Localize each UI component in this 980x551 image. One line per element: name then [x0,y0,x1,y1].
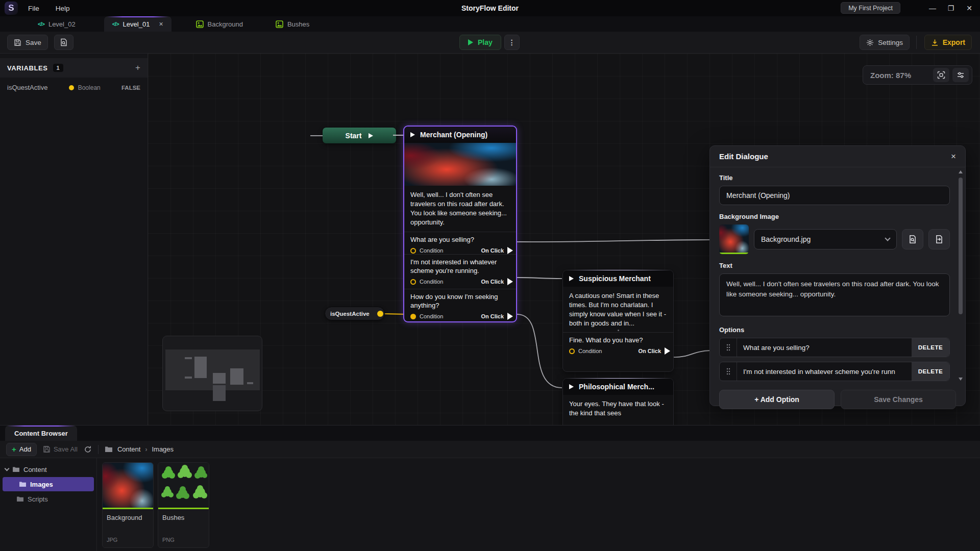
scrollbar-thumb[interactable] [959,178,963,314]
background-image-thumbnail[interactable] [719,224,749,254]
option-text-input[interactable] [737,338,912,357]
node-header[interactable]: Merchant (Opening) [404,127,516,143]
bushes-preview [158,463,209,508]
condition-port-icon[interactable] [410,279,416,285]
node-header[interactable]: Philosophical Merch... [563,379,673,395]
dialogue-option[interactable]: What are you selling? Condition On Click [404,232,516,255]
browse-file-button[interactable] [902,229,923,249]
asset-thumbnail [103,463,153,509]
background-image-select[interactable]: Background.jpg [754,229,897,249]
play-options-button[interactable]: ⋮ [504,35,520,50]
variables-panel: VARIABLES 1 + isQuestActive Boolean FALS… [0,54,148,425]
variable-chip-isquestactive[interactable]: isQuestActive [325,307,385,320]
delete-option-button[interactable]: DELETE [912,362,949,381]
app-title: StoryFlow Editor [0,4,980,12]
app-logo-icon: S [5,2,18,15]
content-browser-toolbar: + Add Save All Content › Images [0,441,980,458]
add-variable-button[interactable]: + [135,63,140,73]
dialogue-option[interactable]: I'm not interested in whatever scheme yo… [404,255,516,289]
dialogue-option[interactable]: How do you know I'm seeking anything? Co… [404,289,516,324]
refresh-icon[interactable] [84,445,92,454]
maximize-button[interactable]: ❐ [944,2,958,14]
breadcrumb-current[interactable]: Images [152,445,174,453]
settings-button[interactable]: Settings [860,35,910,50]
tab-level-02[interactable]: </> Level_02 [30,16,84,32]
close-panel-icon[interactable]: × [951,152,956,162]
onclick-output-port[interactable] [507,278,513,285]
add-option-button[interactable]: + Add Option [719,390,835,409]
node-dialogue-text: Well, well... I don't often see traveler… [404,186,516,232]
onclick-output-port[interactable] [507,313,513,320]
close-window-button[interactable]: ✕ [963,2,976,14]
node-header[interactable]: Suspicious Merchant [563,270,673,287]
tab-bushes[interactable]: Bushes [267,16,317,32]
dialogue-text-textarea[interactable]: Well, well... I don't often see traveler… [719,273,950,316]
drag-handle[interactable] [720,362,737,381]
node-background-image [404,143,516,186]
toolbar-divider [916,36,917,49]
tree-item-images[interactable]: Images [3,477,94,491]
node-play-icon [569,276,574,281]
menu-file[interactable]: File [22,2,45,15]
zoom-level-label: Zoom: 87% [870,71,911,80]
node-play-icon [410,132,415,137]
asset-card-background[interactable]: Background JPG [102,462,154,548]
save-button[interactable]: Save [7,35,48,50]
dialogue-node-merchant-opening[interactable]: Merchant (Opening) Well, well... I don't… [403,126,517,322]
title-input[interactable] [719,186,950,205]
variable-value[interactable]: FALSE [121,85,140,91]
export-button[interactable]: Export [924,35,972,50]
file-search-button[interactable] [54,35,74,50]
start-node[interactable]: Start [322,127,397,144]
tree-item-label: Scripts [28,495,48,503]
option-text-input[interactable] [737,362,912,381]
minimap-viewport[interactable] [165,349,260,390]
canvas-settings-button[interactable] [952,68,969,82]
content-browser-panel: Content Browser + Add Save All Content ›… [0,425,980,551]
tree-item-scripts[interactable]: Scripts [0,492,96,506]
thumbnail-accent-bar [719,253,749,254]
onclick-output-port[interactable] [665,347,670,355]
tree-item-content[interactable]: Content [0,462,96,477]
save-all-button[interactable]: Save All [43,445,78,453]
variables-count-badge: 1 [53,64,63,72]
condition-port-icon[interactable] [569,348,575,354]
tab-label: Background [208,20,243,28]
tab-close-icon[interactable]: × [159,20,163,28]
drag-handle[interactable] [720,338,737,357]
minimize-button[interactable]: — [926,2,939,14]
minimap[interactable] [162,336,262,411]
minimap-node [247,382,253,384]
dialogue-node-suspicious-merchant[interactable]: Suspicious Merchant A cautious one! Smar… [562,270,674,372]
tab-content-browser[interactable]: Content Browser [5,425,77,441]
menu-help[interactable]: Help [50,2,76,15]
open-in-browser-button[interactable] [928,229,950,249]
asset-card-bushes[interactable]: Bushes PNG [158,462,209,548]
condition-port-icon[interactable] [410,248,416,254]
play-icon [468,39,473,45]
variable-row[interactable]: isQuestActive Boolean FALSE [0,78,148,97]
variable-output-port[interactable] [377,311,383,317]
condition-port-icon[interactable] [410,314,416,319]
onclick-output-port[interactable] [507,247,513,254]
asset-name: Background [103,509,153,521]
dialogue-option[interactable]: Fine. What do you have? Condition On Cli… [563,332,673,359]
fit-view-button[interactable] [933,68,949,82]
delete-option-button[interactable]: DELETE [912,338,949,357]
scroll-up-icon[interactable] [959,170,963,173]
tab-level-01[interactable]: </> Level_01 × [104,16,172,32]
save-changes-button[interactable]: Save Changes [841,390,956,409]
breadcrumb-root[interactable]: Content [117,445,141,453]
chevron-down-icon[interactable] [5,466,10,471]
start-output-port[interactable] [369,133,373,138]
project-name-badge[interactable]: My First Project [841,2,900,14]
add-asset-button[interactable]: + Add [6,443,37,456]
play-button[interactable]: Play [459,35,501,50]
panel-scrollbar[interactable] [958,170,963,381]
tab-background[interactable]: Background [188,16,251,32]
edit-panel-header: Edit Dialogue × [710,146,965,167]
scroll-down-icon[interactable] [959,378,963,381]
onclick-label: On Click [638,348,661,354]
variable-name: isQuestActive [7,84,47,91]
main-toolbar: Save Play ⋮ Settings Export [0,32,980,54]
